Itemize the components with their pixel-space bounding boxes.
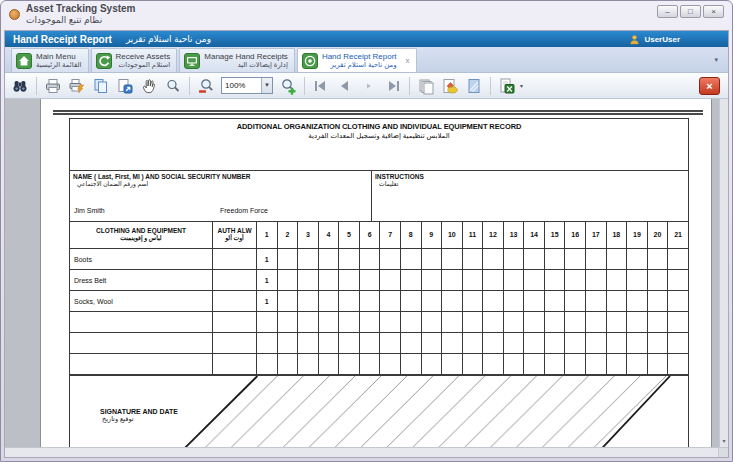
zoom-out-button[interactable] bbox=[195, 75, 217, 97]
qty-cell-col-21 bbox=[668, 291, 689, 312]
window-close-button[interactable]: × bbox=[703, 5, 724, 18]
qty-cell-col-19 bbox=[627, 333, 648, 354]
qty-cell-col-8 bbox=[400, 354, 421, 375]
watermark-icon bbox=[465, 77, 483, 95]
qty-cell-col-13 bbox=[503, 312, 524, 333]
qty-cell-col-4 bbox=[318, 333, 339, 354]
minimize-button[interactable]: – bbox=[657, 5, 678, 18]
equipment-row-3: Socks, Wool1 bbox=[70, 291, 689, 312]
vertical-scrollbar[interactable]: ▾ bbox=[719, 99, 728, 447]
qty-cell-col-10 bbox=[442, 291, 463, 312]
equipment-row-1: Boots1 bbox=[70, 249, 689, 270]
qty-cell-col-21 bbox=[668, 354, 689, 375]
search-button[interactable] bbox=[9, 75, 31, 97]
user-label: UserUser bbox=[644, 35, 680, 44]
tab-manage-hand-receipts[interactable]: Manage Hand Receipts إدارة إيصالات اليد bbox=[179, 48, 295, 72]
qty-cell-col-12 bbox=[483, 333, 504, 354]
tab-receive-assets[interactable]: Receive Assets استلام الموجودات bbox=[91, 48, 178, 72]
zoom-combobox[interactable]: 100% ▼ bbox=[221, 77, 273, 94]
qty-cell-col-19 bbox=[627, 291, 648, 312]
qty-cell-col-21 bbox=[668, 333, 689, 354]
page-background-button[interactable] bbox=[439, 75, 461, 97]
qty-cell-col-9 bbox=[421, 312, 442, 333]
qty-cell-col-12 bbox=[483, 312, 504, 333]
qty-cell-col-2 bbox=[277, 291, 298, 312]
last-page-button[interactable] bbox=[382, 75, 404, 97]
qty-cell-col-8 bbox=[400, 333, 421, 354]
magnifier-icon bbox=[164, 77, 182, 95]
user-menu[interactable]: UserUser bbox=[629, 34, 680, 45]
horizontal-scrollbar[interactable] bbox=[5, 447, 728, 457]
qty-cell-col-20 bbox=[647, 291, 668, 312]
watermark-button[interactable] bbox=[463, 75, 485, 97]
copy-pages-button[interactable] bbox=[90, 75, 112, 97]
first-page-icon bbox=[312, 77, 330, 95]
excel-dropdown-icon[interactable]: ▾ bbox=[520, 82, 523, 89]
tab-label: Manage Hand Receipts bbox=[204, 52, 288, 61]
report-preview-area[interactable]: ADDITIONAL ORGANIZATION CLOTHING AND IND… bbox=[5, 99, 728, 447]
tab-close-icon[interactable]: x bbox=[406, 56, 410, 65]
qty-cell-col-17 bbox=[586, 333, 607, 354]
tab-main-menu[interactable]: Main Menu القائمة الرئيسية bbox=[11, 48, 89, 72]
qty-cell-col-7 bbox=[380, 291, 401, 312]
next-page-button[interactable] bbox=[358, 75, 380, 97]
print-button[interactable] bbox=[42, 75, 64, 97]
qty-cell-col-1 bbox=[257, 312, 278, 333]
combo-arrow-icon[interactable]: ▼ bbox=[261, 78, 272, 93]
first-page-button[interactable] bbox=[310, 75, 332, 97]
qty-cell-col-20 bbox=[647, 333, 668, 354]
excel-export-icon bbox=[498, 77, 516, 95]
qty-cell-col-9 bbox=[421, 249, 442, 270]
hand-pan-button[interactable] bbox=[138, 75, 160, 97]
magnifier-button[interactable] bbox=[162, 75, 184, 97]
previous-page-button[interactable] bbox=[334, 75, 356, 97]
qty-cell-col-8 bbox=[400, 312, 421, 333]
qty-cell-col-15 bbox=[544, 270, 565, 291]
page-title: Hand Receipt Report bbox=[13, 34, 112, 45]
qty-cell-col-20 bbox=[647, 312, 668, 333]
qty-cell-col-15 bbox=[544, 312, 565, 333]
qty-cell-col-17 bbox=[586, 270, 607, 291]
equipment-table: CLOTHING AND EQUIPMENT لباس و إقوينمنت A… bbox=[69, 221, 689, 375]
qty-cell-col-16 bbox=[565, 333, 586, 354]
previous-page-icon bbox=[336, 77, 354, 95]
qty-cell-col-6 bbox=[359, 333, 380, 354]
form-title-arabic: الملابس تنظيمية إضافية وتسجيل المعدات ال… bbox=[70, 132, 688, 140]
tab-label-arabic: استلام الموجودات bbox=[116, 61, 171, 69]
qty-cell-col-21 bbox=[668, 249, 689, 270]
toolbar-separator bbox=[189, 77, 190, 95]
quick-print-button[interactable] bbox=[66, 75, 88, 97]
qty-cell-col-7 bbox=[380, 270, 401, 291]
qty-cell-col-18 bbox=[606, 270, 627, 291]
tab-overflow-icon[interactable]: ▾ bbox=[714, 56, 718, 64]
form-title: ADDITIONAL ORGANIZATION CLOTHING AND IND… bbox=[70, 122, 688, 131]
zoom-out-icon bbox=[197, 77, 215, 95]
export-excel-button[interactable] bbox=[496, 75, 518, 97]
scroll-down-icon[interactable]: ▾ bbox=[720, 436, 728, 446]
multiple-pages-button[interactable] bbox=[415, 75, 437, 97]
page-color-icon bbox=[441, 77, 459, 95]
qty-cell-col-21 bbox=[668, 312, 689, 333]
zoom-in-button[interactable] bbox=[277, 75, 299, 97]
name-instructions-section: NAME ( Last, First, MI ) AND SOCIAL SECU… bbox=[69, 170, 689, 222]
titlebar[interactable]: Asset Tracking System نظام تتبع الموجودا… bbox=[1, 1, 732, 30]
maximize-button[interactable]: □ bbox=[680, 5, 701, 18]
export-page-button[interactable] bbox=[114, 75, 136, 97]
qty-cell-col-8 bbox=[400, 270, 421, 291]
column-header-9: 9 bbox=[421, 222, 442, 249]
tab-hand-receipt-report[interactable]: Hand Receipt Report ومن ناحية استلام تقر… bbox=[297, 48, 417, 72]
qty-cell-col-18 bbox=[606, 291, 627, 312]
qty-cell-col-13 bbox=[503, 333, 524, 354]
qty-cell-col-4 bbox=[318, 270, 339, 291]
column-header-21: 21 bbox=[668, 222, 689, 249]
multiple-pages-icon bbox=[417, 77, 435, 95]
item-name-cell: Dress Belt bbox=[70, 270, 213, 291]
qty-cell-col-16 bbox=[565, 270, 586, 291]
column-header-16: 16 bbox=[565, 222, 586, 249]
qty-cell-col-17 bbox=[586, 291, 607, 312]
close-report-button[interactable]: × bbox=[699, 77, 720, 95]
qty-cell-col-5 bbox=[339, 291, 360, 312]
qty-cell-col-19 bbox=[627, 312, 648, 333]
tab-label-arabic: إدارة إيصالات اليد bbox=[204, 61, 288, 69]
item-name-cell: Socks, Wool bbox=[70, 291, 213, 312]
